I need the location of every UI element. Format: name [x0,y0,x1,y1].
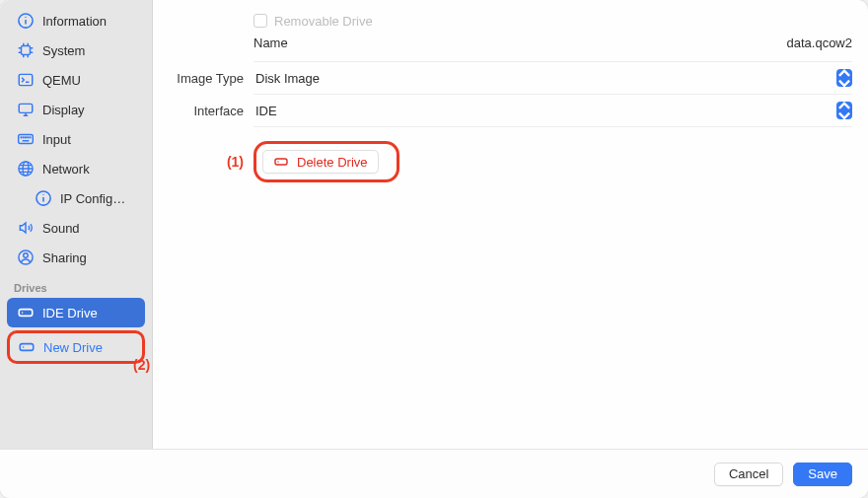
svg-rect-3 [22,46,31,55]
svg-point-2 [25,17,26,18]
info-icon [35,189,52,207]
svg-rect-36 [20,344,34,351]
annotation-box-1: Delete Drive [253,141,399,182]
interface-row: Interface IDE [153,95,852,126]
image-type-label: Image Type [153,71,244,86]
terminal-icon [17,71,35,89]
globe-icon [17,160,35,178]
speaker-icon [17,219,35,237]
svg-rect-14 [19,104,33,112]
svg-point-20 [26,137,27,138]
person-circle-icon [17,249,35,266]
interface-value: IDE [255,104,277,118]
keyboard-icon [17,130,35,148]
delete-drive-row: (1) Delete Drive [153,141,852,182]
image-type-value: Disk Image [255,71,320,86]
cancel-button-label: Cancel [729,466,768,481]
interface-select[interactable]: IDE [253,98,852,123]
drives-section-header: Drives [0,272,152,298]
interface-label: Interface [153,104,244,118]
save-button[interactable]: Save [793,462,852,486]
sidebar-item-system[interactable]: System [7,36,145,65]
sidebar-item-ip-config[interactable]: IP Config… [7,183,145,213]
footer: Cancel Save [0,449,868,498]
svg-rect-34 [19,310,33,317]
sidebar-item-sharing[interactable]: Sharing [7,243,145,272]
svg-point-35 [22,312,24,314]
sidebar-item-ide-drive[interactable]: IDE Drive [7,298,145,327]
chip-icon [17,41,35,59]
chevron-updown-icon [836,102,852,119]
drive-icon [273,154,289,170]
name-row: Name data.qcow2 [153,36,852,61]
main-panel: Removable Drive Name data.qcow2 Image Ty… [153,0,868,449]
sidebar-item-input[interactable]: Input [7,124,145,154]
sidebar-item-display[interactable]: Display [7,95,145,124]
removable-drive-row: Removable Drive [153,6,852,36]
svg-point-37 [23,346,25,348]
delete-drive-button[interactable]: Delete Drive [262,150,379,174]
sidebar-item-label: IDE Drive [42,306,98,320]
cancel-button[interactable]: Cancel [714,462,783,486]
name-value: data.qcow2 [787,36,853,50]
svg-rect-17 [19,135,34,144]
sidebar-item-label: Input [42,132,71,147]
display-icon [17,101,35,118]
name-label: Name [253,36,288,50]
sidebar-item-label: Network [42,162,90,177]
divider [253,126,852,127]
info-icon [17,12,35,30]
sidebar-item-label: Display [42,103,85,117]
removable-drive-label: Removable Drive [274,14,373,29]
save-button-label: Save [808,466,837,481]
svg-rect-12 [19,74,33,85]
sidebar-item-information[interactable]: Information [7,6,145,36]
annotation-label-2: (2) [133,357,150,373]
sidebar-item-label: QEMU [42,73,81,88]
svg-point-33 [24,253,29,258]
sidebar-item-label: System [42,43,85,58]
sidebar-item-new-drive[interactable]: New Drive [10,334,142,360]
sidebar-item-label: Information [42,14,107,29]
sidebar-item-label: New Drive [43,340,103,355]
chevron-updown-icon [836,69,852,87]
sidebar-item-sound[interactable]: Sound [7,213,145,243]
drive-icon [17,304,35,321]
svg-point-22 [30,137,31,138]
annotation-box-2: New Drive [7,330,145,364]
sidebar-item-label: Sharing [42,250,87,265]
annotation-label-1: (1) [153,154,244,170]
sidebar-item-network[interactable]: Network [7,154,145,183]
sidebar: Information System QEMU Display [0,0,153,449]
removable-drive-checkbox[interactable] [253,14,267,28]
svg-rect-38 [275,159,287,165]
svg-point-21 [28,137,29,138]
image-type-select[interactable]: Disk Image [253,65,852,91]
sidebar-item-qemu[interactable]: QEMU [7,65,145,95]
sidebar-item-label: Sound [42,221,80,236]
svg-point-18 [21,137,22,138]
delete-drive-label: Delete Drive [297,155,368,170]
svg-point-31 [42,194,43,195]
settings-window: Information System QEMU Display [0,0,868,498]
svg-point-39 [277,161,278,162]
sidebar-item-label: IP Config… [60,191,125,206]
drive-icon [18,338,36,356]
image-type-row: Image Type Disk Image [153,62,852,94]
svg-point-19 [23,137,24,138]
window-body: Information System QEMU Display [0,0,868,449]
